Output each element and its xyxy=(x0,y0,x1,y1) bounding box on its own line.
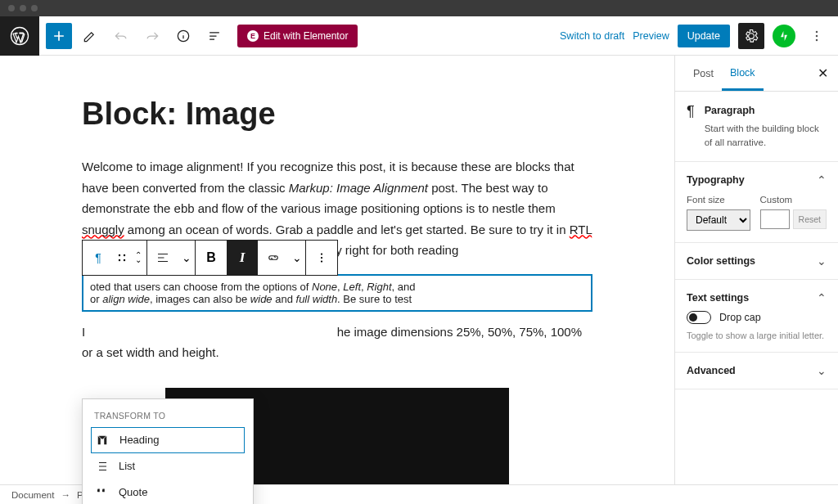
page-title[interactable]: Block: Image xyxy=(82,97,592,132)
svg-point-8 xyxy=(124,259,125,260)
tab-block[interactable]: Block xyxy=(722,57,764,91)
kebab-icon xyxy=(809,28,825,44)
paragraph-icon: ¶ xyxy=(687,103,695,150)
plus-icon xyxy=(51,28,67,44)
info-button[interactable] xyxy=(170,23,196,49)
edit-mode-button[interactable] xyxy=(77,23,103,49)
window-dot xyxy=(8,5,15,11)
add-block-button[interactable] xyxy=(46,23,72,49)
chevron-down-icon: ⌄ xyxy=(130,258,146,263)
custom-label: Custom xyxy=(760,195,827,205)
move-buttons[interactable]: ⌃⌄ xyxy=(130,241,146,275)
breadcrumb-document[interactable]: Document xyxy=(11,490,54,500)
wordpress-icon xyxy=(10,26,29,46)
preview-link[interactable]: Preview xyxy=(633,30,669,42)
format-dropdown[interactable]: ⌄ xyxy=(289,241,305,275)
window-dot xyxy=(20,5,26,11)
popup-title: TRANSFORM TO xyxy=(83,407,253,427)
window-dot xyxy=(31,5,38,11)
list-icon xyxy=(94,459,109,474)
drag-handle-button[interactable] xyxy=(114,241,130,275)
svg-point-4 xyxy=(816,38,818,41)
color-settings-section[interactable]: Color settings ⌄ xyxy=(675,243,838,280)
svg-point-6 xyxy=(124,254,125,255)
redo-icon xyxy=(144,28,160,44)
font-size-select[interactable]: Default xyxy=(687,209,750,231)
wordpress-logo[interactable] xyxy=(0,16,39,56)
outline-button[interactable] xyxy=(201,23,228,49)
settings-button[interactable] xyxy=(738,23,764,49)
block-toolbar: ¶ ⌃⌄ ⌄ B I ⌄ xyxy=(82,240,338,276)
drag-icon xyxy=(117,253,127,263)
svg-point-5 xyxy=(119,254,120,255)
italic-button[interactable]: I xyxy=(227,241,258,275)
svg-point-2 xyxy=(816,30,818,33)
settings-sidebar: Post Block ✕ ¶ Paragraph Start with the … xyxy=(674,56,838,504)
jetpack-icon xyxy=(777,29,791,43)
align-dropdown[interactable]: ⌄ xyxy=(178,241,195,275)
align-button[interactable] xyxy=(147,241,178,275)
selected-paragraph-block[interactable]: ¶ ⌃⌄ ⌄ B I ⌄ xyxy=(82,274,592,312)
update-button[interactable]: Update xyxy=(678,25,730,47)
tab-post[interactable]: Post xyxy=(685,58,722,89)
heading-icon xyxy=(95,433,110,448)
bold-button[interactable]: B xyxy=(196,241,227,275)
undo-icon xyxy=(113,28,129,44)
pencil-icon xyxy=(82,28,98,44)
transform-item-heading[interactable]: Heading xyxy=(91,427,245,453)
close-sidebar-button[interactable]: ✕ xyxy=(818,65,828,81)
svg-point-7 xyxy=(119,259,120,260)
chevron-up-icon[interactable]: ⌃ xyxy=(817,173,827,187)
editor-canvas[interactable]: Block: Image Welcome to image alignment!… xyxy=(0,56,674,504)
paragraph-block[interactable]: Ixxxxxxxxxxxxxxxxxxxxxxxxxxxxxxxxxxxxxxx… xyxy=(82,322,592,363)
advanced-section[interactable]: Advanced ⌄ xyxy=(675,353,838,389)
drop-cap-toggle[interactable] xyxy=(687,311,711,324)
top-toolbar: E Edit with Elementor Switch to draft Pr… xyxy=(0,16,838,56)
block-description-section: ¶ Paragraph Start with the building bloc… xyxy=(675,92,838,162)
undo-button[interactable] xyxy=(108,23,134,49)
block-more-button[interactable] xyxy=(306,241,337,275)
font-size-label: Font size xyxy=(687,195,750,205)
redo-button[interactable] xyxy=(139,23,165,49)
typography-section: Typography ⌃ Font size Default Custom Re… xyxy=(675,162,838,243)
chevron-down-icon: ⌄ xyxy=(817,254,827,268)
text-settings-section: Text settings ⌃ Drop cap Toggle to show … xyxy=(675,280,838,353)
elementor-label: Edit with Elementor xyxy=(264,30,348,42)
transform-item-list[interactable]: List xyxy=(83,453,253,479)
link-button[interactable] xyxy=(258,241,289,275)
gear-icon xyxy=(743,28,759,44)
transform-to-popup: TRANSFORM TO Heading List Quote Columns … xyxy=(82,398,254,505)
custom-size-input[interactable] xyxy=(760,209,790,229)
more-options-button[interactable] xyxy=(804,23,830,49)
jetpack-button[interactable] xyxy=(773,25,795,47)
link-icon xyxy=(266,250,281,265)
svg-point-9 xyxy=(321,253,322,254)
elementor-button[interactable]: E Edit with Elementor xyxy=(237,25,358,47)
list-view-icon xyxy=(206,28,223,44)
kebab-icon xyxy=(314,250,329,265)
sidebar-tabs: Post Block ✕ xyxy=(675,56,838,92)
svg-point-11 xyxy=(321,260,322,262)
align-left-icon xyxy=(155,250,170,265)
chevron-down-icon: ⌄ xyxy=(817,364,827,377)
block-type-button[interactable]: ¶ xyxy=(83,241,114,275)
info-icon xyxy=(175,28,191,44)
transform-item-quote[interactable]: Quote xyxy=(83,479,253,505)
svg-point-10 xyxy=(321,256,322,258)
svg-point-3 xyxy=(816,34,818,37)
elementor-icon: E xyxy=(247,30,259,42)
switch-to-draft-link[interactable]: Switch to draft xyxy=(560,30,624,42)
window-titlebar xyxy=(0,0,838,16)
quote-icon xyxy=(94,485,109,500)
reset-button[interactable]: Reset xyxy=(793,209,827,229)
chevron-up-icon[interactable]: ⌃ xyxy=(817,291,827,304)
breadcrumb-separator: → xyxy=(61,490,70,500)
